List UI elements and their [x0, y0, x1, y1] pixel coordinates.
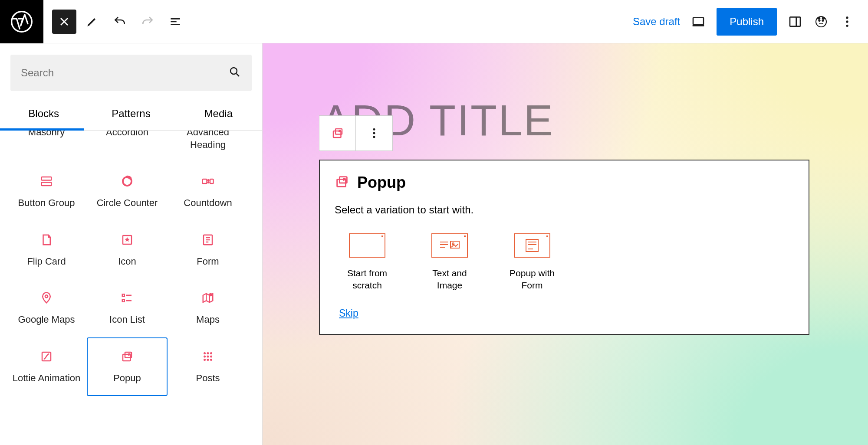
form-icon: [200, 232, 216, 248]
block-label: Flip Card: [27, 255, 66, 268]
block-form[interactable]: Form: [168, 221, 248, 279]
variation-form[interactable]: Popup with Form: [504, 233, 560, 292]
editor-canvas[interactable]: ADD TITLE Popup Select a variation to st…: [263, 43, 868, 445]
save-draft-button[interactable]: Save draft: [633, 16, 680, 28]
button-group-icon: [39, 173, 54, 189]
variation-text-image-icon: [431, 233, 468, 258]
google-maps-icon: [39, 290, 54, 306]
svg-point-16: [208, 180, 209, 181]
popup-variations: Start from scratch Text and Image Popup …: [335, 233, 794, 292]
svg-point-21: [45, 295, 48, 298]
publish-button[interactable]: Publish: [717, 8, 777, 36]
block-popup[interactable]: Popup: [87, 337, 168, 396]
tab-patterns[interactable]: Patterns: [87, 100, 174, 130]
more-options-icon[interactable]: [839, 14, 855, 29]
svg-rect-2: [790, 17, 800, 26]
block-label: Advanced Heading: [172, 131, 244, 151]
svg-point-35: [207, 359, 209, 361]
search-icon: [228, 65, 241, 80]
svg-point-24: [210, 294, 212, 296]
popup-icon: [119, 349, 135, 364]
svg-point-5: [822, 20, 823, 21]
variation-label: Start from scratch: [339, 267, 395, 292]
block-search[interactable]: [10, 55, 252, 91]
close-inserter-button[interactable]: [52, 10, 76, 34]
svg-point-36: [210, 359, 212, 361]
assistant-icon[interactable]: [813, 14, 829, 29]
search-input[interactable]: [21, 67, 228, 79]
block-accordion[interactable]: Accordion: [87, 131, 168, 162]
block-label: Lottie Animation: [13, 372, 81, 385]
svg-rect-18: [210, 179, 214, 183]
editor-topbar: Save draft Publish: [0, 0, 868, 43]
block-label: Posts: [196, 372, 220, 385]
block-icon-list[interactable]: Icon List: [87, 279, 168, 337]
svg-rect-15: [203, 179, 207, 183]
variation-scratch-icon: [349, 233, 385, 258]
block-flip-card[interactable]: Flip Card: [6, 221, 87, 279]
variation-text-image[interactable]: Text and Image: [421, 233, 478, 292]
svg-point-32: [207, 355, 209, 357]
block-posts[interactable]: Posts: [168, 337, 248, 396]
block-inserter-panel: Blocks Patterns Media Masonry Accordion …: [0, 43, 263, 445]
svg-rect-46: [526, 239, 538, 252]
maps-icon: [200, 290, 216, 306]
block-icon[interactable]: Icon: [87, 221, 168, 279]
block-label: Google Maps: [18, 314, 75, 326]
icon-block-icon: [119, 232, 135, 248]
blocks-list: Masonry Accordion Advanced Heading Butto…: [0, 131, 262, 445]
popup-card-icon: [335, 174, 349, 191]
variation-label: Popup with Form: [504, 267, 560, 292]
svg-point-29: [207, 352, 209, 354]
wordpress-logo[interactable]: [0, 0, 43, 43]
sidebar-toggle-icon[interactable]: [787, 14, 803, 29]
circle-counter-icon: [119, 173, 135, 189]
svg-point-4: [819, 20, 820, 21]
block-type-icon[interactable]: [319, 116, 356, 151]
undo-icon[interactable]: [108, 10, 132, 34]
tab-blocks[interactable]: Blocks: [0, 100, 87, 130]
icon-list-icon: [119, 290, 135, 306]
svg-point-40: [373, 132, 375, 134]
block-lottie[interactable]: Lottie Animation: [6, 337, 87, 396]
block-label: Button Group: [18, 197, 75, 209]
edit-tool-icon[interactable]: [80, 10, 104, 34]
tab-media[interactable]: Media: [175, 100, 262, 130]
svg-point-17: [208, 182, 209, 183]
block-label: Form: [197, 255, 219, 268]
block-masonry[interactable]: Masonry: [6, 131, 87, 162]
block-label: Masonry: [28, 131, 65, 139]
svg-rect-1: [693, 17, 704, 24]
svg-point-10: [846, 24, 848, 26]
block-countdown[interactable]: Countdown: [168, 162, 248, 221]
lottie-icon: [39, 349, 54, 364]
active-tab-indicator: [0, 128, 84, 131]
svg-point-8: [846, 16, 848, 19]
variation-scratch[interactable]: Start from scratch: [339, 233, 395, 292]
block-more-options-icon[interactable]: [356, 116, 392, 151]
svg-point-11: [230, 68, 237, 74]
skip-link[interactable]: Skip: [335, 308, 358, 319]
popup-placeholder-card: Popup Select a variation to start with. …: [319, 160, 809, 335]
redo-icon: [135, 10, 160, 34]
variation-form-icon: [514, 233, 550, 258]
block-button-group[interactable]: Button Group: [6, 162, 87, 221]
countdown-icon: [200, 173, 216, 189]
svg-point-30: [210, 352, 212, 354]
block-maps[interactable]: Maps: [168, 279, 248, 337]
block-label: Icon: [118, 255, 136, 268]
document-outline-icon[interactable]: [163, 10, 187, 34]
block-advanced-heading[interactable]: Advanced Heading: [168, 131, 248, 162]
svg-point-39: [373, 128, 375, 131]
svg-point-6: [818, 17, 820, 19]
svg-point-28: [204, 352, 206, 354]
preview-device-icon[interactable]: [690, 14, 706, 29]
svg-rect-13: [42, 183, 52, 186]
block-circle-counter[interactable]: Circle Counter: [87, 162, 168, 221]
block-google-maps[interactable]: Google Maps: [6, 279, 87, 337]
topbar-left-tools: [43, 10, 187, 34]
block-label: Countdown: [184, 197, 232, 209]
svg-point-9: [846, 20, 848, 23]
block-label: Icon List: [109, 314, 145, 326]
flip-card-icon: [39, 232, 54, 248]
